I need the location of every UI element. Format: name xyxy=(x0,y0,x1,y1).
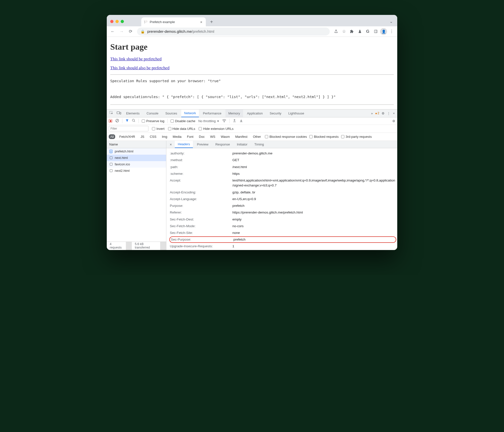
wifi-icon[interactable] xyxy=(222,119,226,123)
close-tab-button[interactable]: × xyxy=(199,20,203,24)
type-css[interactable]: CSS xyxy=(148,134,158,139)
preserve-log-checkbox[interactable]: Preserve log xyxy=(142,119,164,123)
type-doc[interactable]: Doc xyxy=(197,134,206,139)
bookmark-icon[interactable]: ☆ xyxy=(340,28,348,36)
header-value: 1 xyxy=(232,244,395,249)
request-row[interactable]: prefetch.html xyxy=(107,148,166,155)
extensions-icon[interactable] xyxy=(348,28,356,36)
filter-icon[interactable] xyxy=(125,119,129,123)
clear-button[interactable] xyxy=(115,119,119,123)
tab-performance[interactable]: Performance xyxy=(200,109,224,117)
header-row: Accept-Language:en-US,en;q=0.9 xyxy=(168,196,397,202)
type-manifest[interactable]: Manifest xyxy=(234,134,249,139)
type-fetch[interactable]: Fetch/XHR xyxy=(118,134,137,139)
share-icon[interactable] xyxy=(332,28,340,36)
warnings-badge[interactable]: 2 xyxy=(375,111,379,115)
type-img[interactable]: Img xyxy=(160,134,169,139)
address-bar[interactable]: 🔒 prerender-demos.glitch.me/prefetch.htm… xyxy=(137,28,330,36)
chevron-down-icon: ▾ xyxy=(217,119,219,123)
prefetch-link-1[interactable]: This link should be prefetched xyxy=(110,57,162,61)
request-row[interactable]: next.html xyxy=(107,155,166,161)
detail-tab-headers[interactable]: Headers xyxy=(175,141,193,148)
header-row: Accept:text/html,application/xhtml+xml,a… xyxy=(168,177,397,189)
type-other[interactable]: Other xyxy=(252,134,263,139)
header-row: Accept-Encoding:gzip, deflate, br xyxy=(168,189,397,196)
detail-tab-response[interactable]: Response xyxy=(212,141,233,148)
type-js[interactable]: JS xyxy=(139,134,146,139)
header-value: prerender-demos.glitch.me xyxy=(232,151,395,156)
reload-button[interactable]: ⟳ xyxy=(127,28,135,36)
detail-tab-initiator[interactable]: Initiator xyxy=(234,141,251,148)
devtools-menu-button[interactable]: ⋮ xyxy=(387,111,390,115)
tab-lighthouse[interactable]: Lighthouse xyxy=(285,109,307,117)
document-icon xyxy=(109,150,113,153)
file-icon xyxy=(109,169,113,173)
close-devtools-button[interactable]: × xyxy=(393,111,395,115)
close-window-button[interactable] xyxy=(110,20,113,23)
type-ws[interactable]: WS xyxy=(209,134,217,139)
hide-extension-urls-checkbox[interactable]: Hide extension URLs xyxy=(199,127,233,131)
labs-icon[interactable] xyxy=(356,28,363,36)
prefetch-link-2[interactable]: This link should also be prefetched xyxy=(110,66,169,70)
devtools-tabs: Elements Console Sources Network Perform… xyxy=(107,109,397,117)
tab-security[interactable]: Security xyxy=(267,109,284,117)
filter-input[interactable] xyxy=(109,126,148,131)
detail-tabs: × Headers Preview Response Initiator Tim… xyxy=(166,141,397,148)
blocked-requests-checkbox[interactable]: Blocked requests xyxy=(309,135,339,139)
tab-application[interactable]: Application xyxy=(244,109,266,117)
header-row: Sec-Fetch-Dest:empty xyxy=(168,216,397,223)
download-icon[interactable] xyxy=(239,119,243,123)
third-party-checkbox[interactable]: 3rd-party requests xyxy=(341,135,372,139)
device-icon[interactable] xyxy=(116,111,122,115)
maximize-window-button[interactable] xyxy=(121,20,124,23)
type-font[interactable]: Font xyxy=(185,134,195,139)
blocked-cookies-checkbox[interactable]: Blocked response cookies xyxy=(265,135,307,139)
hide-data-urls-checkbox[interactable]: Hide data URLs xyxy=(168,127,195,131)
request-name: next2.html xyxy=(115,169,130,173)
devtools-right-controls: » 2 ⚙ ⋮ × xyxy=(371,111,397,115)
forward-button[interactable]: → xyxy=(118,28,126,36)
header-row: Upgrade-Insecure-Requests:1 xyxy=(168,243,397,250)
tab-elements[interactable]: Elements xyxy=(123,109,143,117)
menu-button[interactable]: ⋮ xyxy=(388,28,395,36)
tab-network[interactable]: Network xyxy=(181,109,199,117)
request-row[interactable]: next2.html xyxy=(107,168,166,174)
svg-line-8 xyxy=(134,121,135,122)
detail-tab-timing[interactable]: Timing xyxy=(252,141,267,148)
search-icon[interactable] xyxy=(132,119,136,123)
more-tabs-button[interactable]: » xyxy=(371,111,373,115)
inspect-icon[interactable] xyxy=(108,111,115,116)
network-settings-icon[interactable]: ⚙ xyxy=(392,119,395,123)
profile-button[interactable]: 👤 xyxy=(380,28,387,36)
close-detail-button[interactable]: × xyxy=(168,142,174,146)
detail-tab-preview[interactable]: Preview xyxy=(194,141,211,148)
browser-tab[interactable]: 🏳️ Prefetch example × xyxy=(141,17,206,26)
upload-icon[interactable] xyxy=(233,119,236,123)
type-all[interactable]: All xyxy=(109,134,115,139)
tab-memory[interactable]: Memory xyxy=(225,109,243,117)
tabs-overflow-button[interactable]: ⌄ xyxy=(390,19,393,26)
google-icon[interactable]: G xyxy=(364,28,371,36)
throttling-select[interactable]: No throttling ▾ xyxy=(198,119,219,123)
browser-toolbar: ← → ⟳ 🔒 prerender-demos.glitch.me/prefet… xyxy=(107,26,397,37)
name-column-header[interactable]: Name xyxy=(107,141,166,148)
header-value: https xyxy=(232,171,395,176)
disable-cache-checkbox[interactable]: Disable cache xyxy=(171,119,195,123)
settings-icon[interactable]: ⚙ xyxy=(382,111,385,115)
invert-checkbox[interactable]: Invert xyxy=(152,127,165,131)
header-key: Purpose: xyxy=(170,203,232,208)
svg-rect-0 xyxy=(374,30,377,33)
header-value: GET xyxy=(232,158,395,163)
reader-icon[interactable] xyxy=(372,28,379,36)
tab-console[interactable]: Console xyxy=(144,109,161,117)
browser-window: 🏳️ Prefetch example × + ⌄ ← → ⟳ 🔒 preren… xyxy=(107,15,397,250)
tab-sources[interactable]: Sources xyxy=(162,109,180,117)
type-media[interactable]: Media xyxy=(171,134,183,139)
request-row[interactable]: favicon.ico xyxy=(107,161,166,168)
new-tab-button[interactable]: + xyxy=(208,19,215,26)
minimize-window-button[interactable] xyxy=(115,20,119,23)
back-button[interactable]: ← xyxy=(109,28,117,36)
type-wasm[interactable]: Wasm xyxy=(219,134,231,139)
record-button[interactable] xyxy=(109,119,112,123)
header-row: :method:GET xyxy=(168,157,397,164)
